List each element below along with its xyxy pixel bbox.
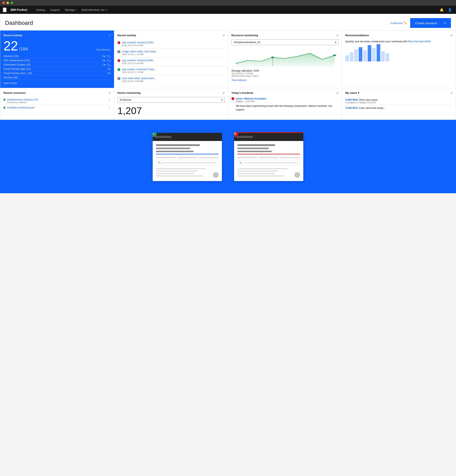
activity-link[interactable]: App crashed: Instance12356... bbox=[122, 59, 155, 62]
expand-icon[interactable]: ↗ bbox=[108, 34, 111, 37]
preview-result-line bbox=[237, 168, 288, 169]
count2: 5 △ bbox=[107, 55, 111, 58]
incident-item: Issue: Watson Assistant Dallas – 3:24 PM… bbox=[231, 97, 339, 111]
bar bbox=[350, 52, 353, 61]
view-instance-link[interactable]: View instance bbox=[231, 79, 339, 82]
expand-icon[interactable]: ↗ bbox=[450, 34, 453, 37]
case-item: CS0074521 Short case name In progress | … bbox=[345, 97, 453, 105]
case-id[interactable]: CS0074521 bbox=[345, 98, 358, 101]
overflow-menu-icon[interactable]: ⋮ bbox=[108, 98, 111, 102]
card-title: Device monitoring bbox=[117, 91, 140, 94]
nav-manage[interactable]: Manage bbox=[62, 6, 79, 14]
card-recent-activity-white: Recent activity ↗ App crashed: Instance1… bbox=[114, 31, 228, 88]
activity-link[interactable]: User invite failed: gretamclare... bbox=[122, 77, 156, 80]
resource-info: Availibity-monitoring-auto bbox=[7, 106, 35, 109]
preview-body: 🔍 bbox=[153, 141, 222, 181]
dot-red[interactable] bbox=[2, 2, 5, 4]
row-counts: 3 ● bbox=[107, 68, 111, 70]
expand-icon[interactable]: ↗ bbox=[222, 91, 225, 94]
preview-line bbox=[237, 157, 257, 158]
resource-item: Zebrabusiness-instance-123 Continuous de… bbox=[3, 97, 111, 105]
activity-list: App crashed: Instance12356... 2019-10-23… bbox=[117, 39, 225, 84]
preview-card-good: ✓ 🔍 bbox=[153, 132, 222, 181]
hamburger-icon[interactable]: ☰ bbox=[3, 8, 7, 12]
dot-yellow[interactable] bbox=[7, 2, 9, 4]
dropdown-value: All devices bbox=[120, 98, 131, 101]
preview-active-line bbox=[156, 154, 219, 154]
incident-error-icon bbox=[231, 97, 234, 100]
preview-result-line bbox=[237, 170, 278, 172]
customize-button[interactable]: Customize ✏️ bbox=[390, 22, 407, 25]
count1: 4 ● bbox=[102, 59, 105, 62]
card-header: Today's incidents ↗ bbox=[231, 91, 339, 94]
preview-error-line bbox=[237, 154, 300, 154]
preview-line bbox=[156, 151, 193, 152]
preview-line bbox=[237, 148, 269, 149]
success-icon bbox=[117, 68, 120, 71]
bar bbox=[368, 45, 371, 61]
activity-item: User invite failed: gretamclare... 2019-… bbox=[117, 75, 225, 84]
card-recent-activity-blue: Recent activity ↗ 22 /184 Need attention… bbox=[0, 31, 114, 88]
notification-icon[interactable]: 🔔 bbox=[438, 7, 445, 13]
activity-link[interactable]: Usage report ready: July usage... bbox=[122, 50, 158, 53]
total: /184 bbox=[19, 46, 28, 52]
activity-time: 2019-10-23 | 4:34 AM bbox=[122, 80, 225, 82]
bar bbox=[359, 47, 362, 61]
row-label: VPC Infrastructure (201) bbox=[3, 59, 102, 62]
overflow-menu-icon[interactable]: ⋮ bbox=[108, 106, 111, 110]
preview-result-line bbox=[156, 168, 206, 169]
row-label: Services (30) bbox=[3, 76, 111, 79]
all-devices-dropdown[interactable]: All devices ▾ bbox=[117, 97, 225, 103]
resource-name[interactable]: Availibity-monitoring-auto bbox=[7, 106, 35, 109]
rec-link[interactable]: Red Hat OpenShift bbox=[408, 40, 430, 43]
count1: 2 ● bbox=[107, 72, 111, 75]
case-name: Short case name bbox=[359, 98, 377, 101]
nav-account[interactable]: Sloth Machines, Inc. bbox=[79, 6, 110, 14]
count2: 4 △ bbox=[107, 59, 111, 62]
preview-line bbox=[156, 148, 190, 149]
expand-icon[interactable]: ↗ bbox=[108, 91, 111, 94]
user-icon[interactable]: 👤 bbox=[447, 7, 453, 13]
activity-item: App crashed: Instance12356... 2019-10-23… bbox=[117, 57, 225, 66]
rec-text: Quickly and securely containerize your w… bbox=[345, 39, 453, 43]
brand: IBM Product bbox=[11, 8, 27, 11]
view-more-link[interactable]: View 6 more bbox=[3, 82, 111, 85]
avatar bbox=[213, 172, 219, 178]
svg-point-3 bbox=[333, 54, 336, 56]
storage-date: 2019-08-23 | 7:13 AM bbox=[231, 72, 339, 75]
error-icon bbox=[117, 59, 120, 62]
brand-name: IBM bbox=[11, 8, 16, 11]
expand-icon[interactable]: ↗ bbox=[336, 34, 339, 37]
expand-icon[interactable]: ↗ bbox=[222, 34, 225, 37]
need-attention-label: Need attention bbox=[96, 48, 111, 51]
activity-link[interactable]: App created: InstanceXYZebr... bbox=[122, 68, 156, 71]
instance-dropdown[interactable]: Virtualserverinstance_01 ▾ bbox=[231, 39, 339, 45]
plus-icon: + bbox=[444, 21, 446, 25]
expand-icon[interactable]: ↗ bbox=[336, 91, 339, 94]
chevron-down-icon: ▾ bbox=[221, 98, 222, 101]
nav-support[interactable]: Support bbox=[48, 6, 62, 14]
activity-item-header: User invite failed: gretamclare... bbox=[117, 77, 225, 80]
nav-catalog[interactable]: Catalog bbox=[34, 6, 48, 14]
count2: 2 △ bbox=[107, 63, 111, 66]
dot-green[interactable] bbox=[11, 2, 13, 4]
preview-line bbox=[199, 157, 219, 158]
create-resource-button[interactable]: Create resource + bbox=[410, 18, 451, 28]
activity-row: VPC Infrastructure (201) 4 ● 4 △ bbox=[3, 58, 111, 63]
row-counts: 2 ● bbox=[107, 72, 111, 75]
row-counts: 4 ● 4 △ bbox=[102, 59, 111, 62]
activity-item: Usage report ready: July usage... 2019-1… bbox=[117, 48, 225, 57]
number-row: 22 /184 Need attention bbox=[3, 39, 111, 52]
expand-icon[interactable]: ↗ bbox=[450, 91, 453, 94]
bar bbox=[372, 48, 376, 61]
case-id[interactable]: CS0074511 bbox=[345, 107, 358, 110]
activity-link[interactable]: App crashed: Instance12356... bbox=[122, 41, 155, 44]
bar bbox=[363, 50, 367, 61]
svg-marker-0 bbox=[236, 53, 334, 67]
preview-line bbox=[237, 144, 275, 146]
incident-title[interactable]: Issue: Watson Assistant bbox=[236, 97, 339, 100]
resource-name[interactable]: Zebrabusiness-instance-123 bbox=[7, 98, 38, 101]
activity-row: Cloud Foundry Apps (12) 3 ● bbox=[3, 67, 111, 71]
customize-label: Customize bbox=[390, 22, 403, 25]
bar bbox=[386, 53, 389, 61]
